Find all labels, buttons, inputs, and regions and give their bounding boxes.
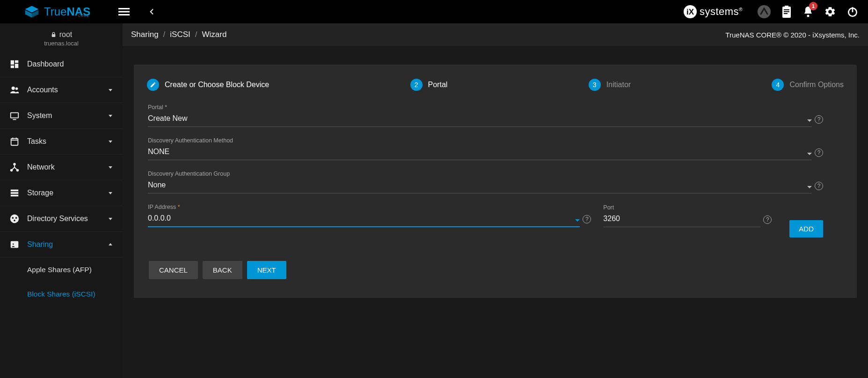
field-portal: Portal * Create New ? xyxy=(148,104,823,127)
topbar: TrueNASCORE iX systems® 1 xyxy=(0,0,868,23)
field-label: Discovery Authentication Method xyxy=(148,137,823,144)
field-auth-method: Discovery Authentication Method NONE ? xyxy=(148,137,823,160)
brand-logo[interactable]: TrueNASCORE xyxy=(23,5,90,18)
svg-point-42 xyxy=(12,217,14,219)
user-block: root truenas.local xyxy=(0,23,123,52)
svg-point-44 xyxy=(14,220,15,222)
step-number: 3 xyxy=(589,79,601,91)
notifications-icon[interactable]: 1 xyxy=(802,6,814,18)
svg-point-43 xyxy=(15,217,17,219)
chevron-down-icon xyxy=(108,113,113,119)
wizard-actions: CANCEL BACK NEXT xyxy=(134,237,857,279)
power-icon[interactable] xyxy=(846,6,859,18)
step-number: 4 xyxy=(772,79,784,91)
hamburger-icon[interactable] xyxy=(118,6,130,17)
step-3[interactable]: 3 Initiator xyxy=(589,79,631,91)
sidebar-item-dashboard[interactable]: Dashboard xyxy=(0,52,123,77)
breadcrumb: Sharing / iSCSI / Wizard TrueNAS CORE® ©… xyxy=(123,23,868,46)
sidebar-sub-label: Block Shares (iSCSI) xyxy=(27,290,95,298)
sidebar-item-sharing[interactable]: Sharing xyxy=(0,232,123,258)
brand-text: TrueNASCORE xyxy=(44,5,90,18)
svg-marker-27 xyxy=(109,115,112,117)
svg-rect-20 xyxy=(15,64,18,68)
step-2[interactable]: 2 Portal xyxy=(410,79,448,91)
svg-rect-38 xyxy=(11,192,19,194)
dashboard-icon xyxy=(9,59,22,69)
chevron-down-icon xyxy=(575,219,580,222)
svg-marker-48 xyxy=(109,243,112,245)
step-label: Initiator xyxy=(606,81,631,89)
svg-rect-10 xyxy=(785,6,788,8)
svg-marker-24 xyxy=(109,89,112,91)
sidebar-item-tasks[interactable]: Tasks xyxy=(0,129,123,155)
chevron-down-icon xyxy=(108,216,113,222)
ip-address-select[interactable]: 0.0.0.0 xyxy=(148,211,580,227)
chevron-down-icon xyxy=(108,164,113,170)
field-label: IP Address * xyxy=(148,204,591,210)
port-input[interactable] xyxy=(603,212,760,227)
sidebar-item-network[interactable]: Network xyxy=(0,155,123,180)
svg-rect-17 xyxy=(51,34,55,37)
field-port: Port ? xyxy=(603,204,772,227)
portal-select[interactable]: Create New xyxy=(148,111,812,127)
sidebar-item-directory-services[interactable]: Directory Services xyxy=(0,206,123,232)
field-label: Portal * xyxy=(148,104,823,111)
gear-icon[interactable] xyxy=(824,6,836,18)
back-button[interactable]: BACK xyxy=(203,261,242,279)
field-label: Discovery Authentication Group xyxy=(148,170,823,177)
sidebar-item-accounts[interactable]: Accounts xyxy=(0,77,123,103)
stepper: Create or Choose Block Device 2 Portal 3… xyxy=(134,79,857,100)
step-label: Portal xyxy=(428,81,448,89)
step-1[interactable]: Create or Choose Block Device xyxy=(147,79,269,91)
svg-marker-45 xyxy=(109,218,112,220)
vendor-logo[interactable]: iX systems® xyxy=(684,5,743,18)
status-icon[interactable] xyxy=(758,5,771,18)
sidebar: root truenas.local Dashboard Accounts Sy… xyxy=(0,23,123,378)
breadcrumb-iscsi[interactable]: iSCSI xyxy=(170,30,190,39)
sidebar-item-label: Storage xyxy=(27,189,108,197)
sidebar-sub-block-shares[interactable]: Block Shares (iSCSI) xyxy=(0,282,123,306)
add-button[interactable]: ADD xyxy=(789,220,823,237)
svg-text:iX: iX xyxy=(686,7,694,16)
breadcrumb-wizard[interactable]: Wizard xyxy=(202,30,227,39)
accounts-icon xyxy=(9,85,22,95)
svg-rect-28 xyxy=(11,139,18,146)
tasks-icon xyxy=(9,136,22,147)
auth-method-select[interactable]: NONE xyxy=(148,145,812,160)
help-icon[interactable]: ? xyxy=(763,215,772,224)
svg-marker-32 xyxy=(109,141,112,143)
svg-rect-21 xyxy=(11,66,14,68)
network-icon xyxy=(9,162,22,172)
sidebar-item-storage[interactable]: Storage xyxy=(0,180,123,206)
sidebar-sub-apple-shares[interactable]: Apple Shares (AFP) xyxy=(0,258,123,282)
edit-icon xyxy=(147,79,159,91)
sidebar-item-label: Tasks xyxy=(27,137,108,146)
help-icon[interactable]: ? xyxy=(815,148,823,157)
help-icon[interactable]: ? xyxy=(583,215,591,223)
svg-rect-11 xyxy=(784,9,789,10)
step-4[interactable]: 4 Confirm Options xyxy=(772,79,844,91)
step-label: Confirm Options xyxy=(789,81,844,89)
sidebar-item-label: System xyxy=(27,111,108,120)
sidebar-sub-label: Apple Shares (AFP) xyxy=(27,266,92,274)
sidebar-item-system[interactable]: System xyxy=(0,103,123,129)
svg-rect-12 xyxy=(784,11,789,12)
help-icon[interactable]: ? xyxy=(815,182,823,190)
chevron-left-icon[interactable] xyxy=(148,8,156,15)
hostname: truenas.local xyxy=(0,40,123,47)
clipboard-icon[interactable] xyxy=(781,6,792,18)
field-auth-group: Discovery Authentication Group None ? xyxy=(148,170,823,193)
notification-badge: 1 xyxy=(809,2,817,10)
chevron-down-icon xyxy=(807,153,812,155)
svg-point-41 xyxy=(10,215,19,223)
sharing-icon xyxy=(9,239,22,250)
help-icon[interactable]: ? xyxy=(815,115,823,124)
next-button[interactable]: NEXT xyxy=(247,261,286,279)
cancel-button[interactable]: CANCEL xyxy=(149,261,198,279)
svg-rect-19 xyxy=(15,60,18,63)
field-ip-address: IP Address * 0.0.0.0 ? xyxy=(148,204,591,227)
chevron-down-icon xyxy=(108,87,113,93)
auth-group-select[interactable]: None xyxy=(148,178,812,193)
storage-icon xyxy=(9,188,22,198)
breadcrumb-sharing[interactable]: Sharing xyxy=(131,30,159,39)
